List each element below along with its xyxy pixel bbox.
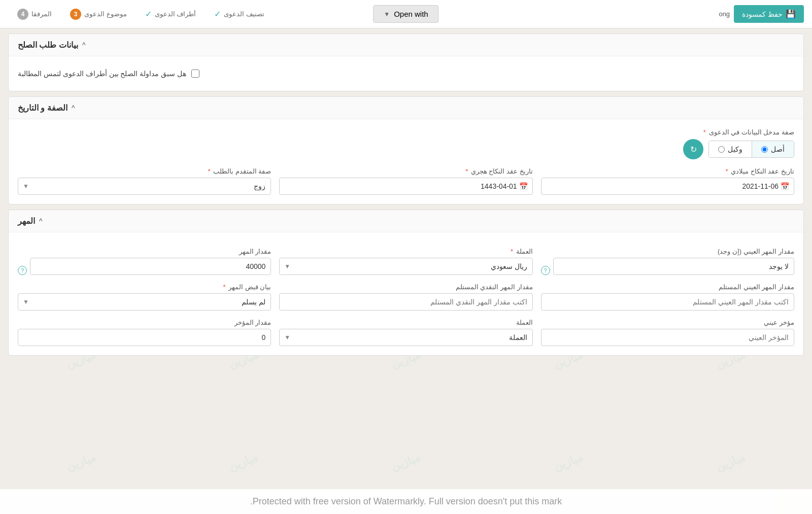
step-4-num: 4 [17, 9, 28, 20]
deferred-amount-input[interactable] [18, 329, 271, 346]
mahr-row-1: مقدار المهر العيني (إن وجد) ? العملة * ر… [18, 248, 794, 275]
step-1-check-icon: ✓ [214, 9, 221, 19]
save-draft-label: حفظ كمسودة [742, 10, 783, 18]
miladi-date-label: تاريخ عقد النكاح ميلادي * [541, 167, 794, 175]
applicant-field: صفة المتقدم بالطلب * زوج ▼ [18, 167, 271, 195]
sulh-checkbox[interactable] [191, 70, 199, 78]
deferred-currency-select-wrap: العملة ▼ [279, 329, 532, 346]
open-with-label: Open with [394, 10, 428, 18]
sulh-section-title: بيانات طلب الصلح [18, 40, 78, 50]
miladi-date-input[interactable] [541, 178, 794, 195]
ayni-received-field: مقدار المهر العيني المستلم [541, 283, 794, 311]
mahr-amount-field: مقدار المهر [30, 248, 271, 275]
miladi-date-wrap: 📅 [541, 178, 794, 195]
role-field-label: صفة مدخل البيانات في الدعوى * [18, 128, 794, 136]
step-4-label: المرفقا [31, 10, 52, 18]
step-3[interactable]: موضوع الدعوى 3 [61, 5, 136, 24]
mahr-amount-field-wrap: مقدار المهر ? [18, 248, 271, 275]
deferred-currency-label: العملة [279, 319, 532, 326]
step-2[interactable]: أطراف الدعوى ✓ [136, 5, 206, 23]
save-draft-button[interactable]: 💾 حفظ كمسودة [734, 5, 804, 23]
mahr-amount-label: مقدار المهر [30, 248, 271, 255]
chevron-down-icon: ▼ [384, 11, 390, 18]
receipt-status-select-wrap: لم يسلم ▼ [18, 293, 271, 311]
role-asl-option[interactable]: أصل [752, 141, 794, 157]
deferred-currency-select[interactable]: العملة [279, 329, 532, 346]
date-section-header: ^ الصفة و التاريخ [9, 97, 803, 119]
sulh-section: ^ بيانات طلب الصلح هل سبق مداولة الصلح ب… [8, 33, 804, 91]
currency-label: العملة * [279, 248, 532, 255]
mahr-row-3: مؤخر عيني العملة العملة ▼ مقدار المؤخر [18, 319, 794, 346]
hijri-date-wrap: 📅 [279, 178, 532, 195]
help-icon-mahr-amount[interactable]: ? [18, 266, 27, 275]
date-section-title: الصفة و التاريخ [18, 103, 67, 113]
save-icon: 💾 [786, 9, 796, 19]
applicant-select-wrap: زوج ▼ [18, 178, 271, 195]
deferred-currency-field: العملة العملة ▼ [279, 319, 532, 346]
hijri-date-label: تاريخ عقد النكاح هجري * [279, 167, 532, 175]
sulh-toggle-icon[interactable]: ^ [82, 41, 86, 49]
sulh-section-header: ^ بيانات طلب الصلح [9, 34, 803, 56]
step-3-num: 3 [70, 9, 81, 20]
role-wakeel-label: وكيل [728, 145, 742, 153]
step-1-label: تصنيف الدعوى [224, 10, 264, 18]
steps-bar: تصنيف الدعوى ✓ أطراف الدعوى ✓ موضوع الدع… [8, 5, 274, 24]
mahr-amount-input[interactable] [30, 258, 271, 275]
date-form-grid: تاريخ عقد النكاح ميلادي * 📅 تاريخ عقد ال… [18, 167, 794, 195]
help-icon-mahr-ayni[interactable]: ? [541, 266, 550, 275]
mahr-toggle-icon[interactable]: ^ [39, 217, 43, 225]
step-4[interactable]: المرفقا 4 [8, 5, 61, 24]
date-section-body: صفة مدخل البيانات في الدعوى * أصل وكيل [9, 119, 803, 204]
hijri-date-field: تاريخ عقد النكاح هجري * 📅 [279, 167, 532, 195]
mahr-section-header: ^ المهر [9, 210, 803, 232]
mahr-ayni-label: مقدار المهر العيني (إن وجد) [553, 248, 794, 255]
deferred-ayni-input[interactable] [541, 329, 794, 346]
date-section: ^ الصفة و التاريخ صفة مدخل البيانات في ا… [8, 96, 804, 204]
step-2-label: أطراف الدعوى [155, 10, 196, 18]
miladi-date-field: تاريخ عقد النكاح ميلادي * 📅 [541, 167, 794, 195]
receipt-status-select[interactable]: لم يسلم [18, 293, 271, 311]
mahr-ayni-field: مقدار المهر العيني (إن وجد) [553, 248, 794, 275]
sulh-section-body: هل سبق مداولة الصلح بين أطراف الدعوى لتم… [9, 56, 803, 91]
applicant-select[interactable]: زوج [18, 178, 271, 195]
date-toggle-icon[interactable]: ^ [72, 104, 75, 112]
sulh-checkbox-label[interactable]: هل سبق مداولة الصلح بين أطراف الدعوى لتم… [18, 70, 186, 78]
role-radio-group: أصل وكيل [708, 141, 794, 158]
mahr-ayni-field-wrap: مقدار المهر العيني (إن وجد) ? [541, 248, 794, 275]
mahr-section: ^ المهر مقدار المهر العيني (إن وجد) ? ال… [8, 210, 804, 356]
mahr-section-body: مقدار المهر العيني (إن وجد) ? العملة * ر… [9, 232, 803, 355]
step-3-label: موضوع الدعوى [84, 10, 127, 18]
receipt-status-label: بيان قبض المهر * [18, 283, 271, 291]
receipt-status-field: بيان قبض المهر * لم يسلم ▼ [18, 283, 271, 311]
action-icon: ↻ [690, 145, 697, 154]
currency-field: العملة * ريال سعودي ▼ [279, 248, 532, 275]
role-wakeel-radio[interactable] [718, 146, 725, 153]
cash-received-label: مقدار المهر النقدي المستلم [279, 283, 532, 291]
mahr-section-title: المهر [18, 216, 35, 226]
hijri-date-input[interactable] [279, 178, 532, 195]
deferred-ayni-label: مؤخر عيني [541, 319, 794, 326]
top-bar: 💾 حفظ كمسودة ong Open with ▼ تصنيف الدعو… [0, 0, 812, 28]
cash-received-field: مقدار المهر النقدي المستلم [279, 283, 532, 311]
step-1[interactable]: تصنيف الدعوى ✓ [205, 5, 274, 23]
ayni-received-input[interactable] [541, 293, 794, 311]
mahr-ayni-input[interactable] [553, 258, 794, 275]
applicant-label: صفة المتقدم بالطلب * [18, 167, 271, 175]
currency-select[interactable]: ريال سعودي [279, 258, 532, 275]
role-asl-radio[interactable] [761, 146, 768, 153]
open-with-button[interactable]: Open with ▼ [373, 5, 438, 23]
deferred-amount-field: مقدار المؤخر [18, 319, 271, 346]
role-wakeel-option[interactable]: وكيل [709, 141, 752, 157]
sulh-checkbox-row: هل سبق مداولة الصلح بين أطراف الدعوى لتم… [18, 65, 794, 82]
top-bar-left: 💾 حفظ كمسودة ong [719, 5, 804, 23]
ayni-received-label: مقدار المهر العيني المستلم [541, 283, 794, 291]
mahr-row-2: مقدار المهر العيني المستلم مقدار المهر ا… [18, 283, 794, 311]
currency-select-wrap: ريال سعودي ▼ [279, 258, 532, 275]
role-asl-label: أصل [771, 145, 785, 153]
main-content: ^ بيانات طلب الصلح هل سبق مداولة الصلح ب… [0, 33, 812, 356]
cash-received-input[interactable] [279, 293, 532, 311]
deferred-ayni-field: مؤخر عيني [541, 319, 794, 346]
action-circle-button[interactable]: ↻ [683, 139, 703, 159]
deferred-amount-label: مقدار المؤخر [18, 319, 271, 326]
status-text: ong [719, 10, 730, 18]
